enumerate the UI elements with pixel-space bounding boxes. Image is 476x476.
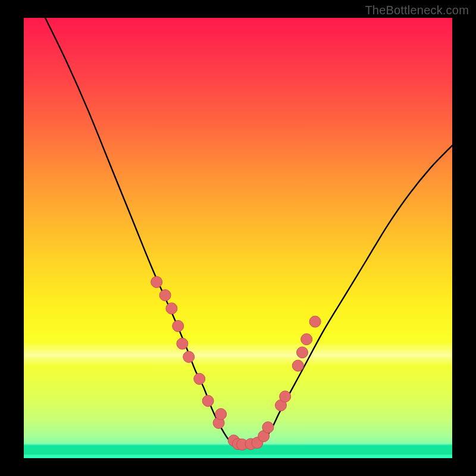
chart-stage: TheBottleneck.com <box>0 0 476 476</box>
outlier-point <box>309 316 321 327</box>
outlier-point <box>297 347 308 358</box>
bottleneck-curve <box>45 18 452 445</box>
outlier-point <box>177 338 188 349</box>
outlier-point <box>301 334 312 345</box>
plot-area <box>24 18 452 458</box>
outlier-point <box>262 422 274 433</box>
outlier-point <box>202 395 214 406</box>
outlier-point <box>166 303 177 314</box>
outlier-points <box>151 277 321 450</box>
outlier-point <box>280 391 291 402</box>
outlier-point <box>159 290 171 301</box>
watermark-label: TheBottleneck.com <box>365 4 469 17</box>
outlier-point <box>215 409 227 420</box>
outlier-point <box>183 351 195 362</box>
outlier-point <box>292 360 303 371</box>
outlier-point <box>173 321 184 332</box>
outlier-point <box>194 373 205 384</box>
curve-layer <box>24 18 452 458</box>
outlier-point <box>151 277 162 288</box>
